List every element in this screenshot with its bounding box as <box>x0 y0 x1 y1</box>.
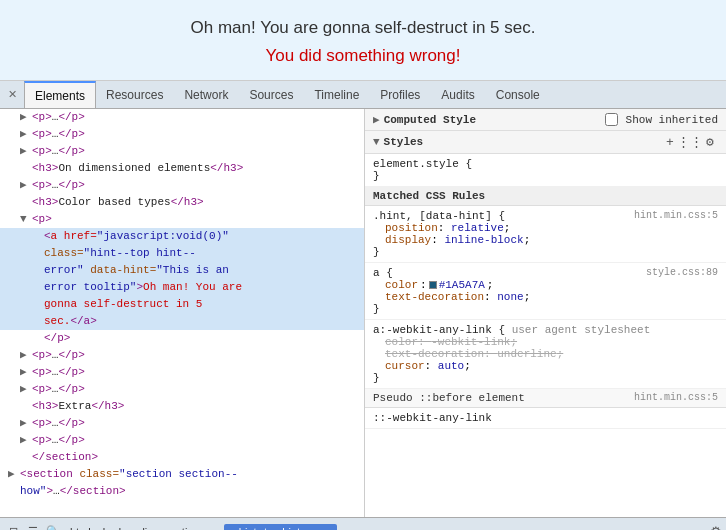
styles-arrow-icon: ▼ <box>373 136 380 148</box>
css-close-brace: } <box>373 246 380 258</box>
dom-line-selected[interactable]: class="hint--top hint-- <box>0 245 364 262</box>
breadcrumb-active-element[interactable]: a.hint--top.hint--error <box>224 524 337 531</box>
inspect-icon[interactable]: ⊡ <box>4 523 22 531</box>
tab-console[interactable]: Console <box>486 81 551 108</box>
breadcrumb-bar: ⊡ ☰ 🔍 html body div section p a.hint--to… <box>0 517 726 530</box>
dom-line[interactable]: ▶<p>…</p> <box>0 126 364 143</box>
css-selector: element.style { <box>373 158 472 170</box>
pseudo-source[interactable]: hint.min.css:5 <box>634 392 718 403</box>
dom-line[interactable]: how">…</section> <box>0 483 364 500</box>
css-prop: cursor <box>385 360 425 372</box>
preview-line1: Oh man! You are gonna self-destruct in 5… <box>20 18 706 38</box>
dom-line[interactable]: ▶<p>…</p> <box>0 109 364 126</box>
css-prop: text-decoration <box>385 348 484 360</box>
computed-arrow-icon: ▶ <box>373 113 380 126</box>
css-value: -webkit-link <box>431 336 510 348</box>
tab-resources[interactable]: Resources <box>96 81 174 108</box>
dom-line[interactable]: <h3>Extra</h3> <box>0 398 364 415</box>
styles-section-header: ▼ Styles + ⋮⋮ ⚙ <box>365 131 726 154</box>
pseudo-label: Pseudo ::before element <box>373 392 525 404</box>
breadcrumb-settings-icon[interactable]: ⚙ <box>710 524 722 530</box>
dom-line-selected[interactable]: sec.</a> <box>0 313 364 330</box>
matched-css-header: Matched CSS Rules <box>365 187 726 206</box>
dom-line[interactable]: </p> <box>0 330 364 347</box>
tab-profiles[interactable]: Profiles <box>370 81 431 108</box>
css-prop-color: color <box>385 279 418 291</box>
css-prop: text-decoration <box>385 291 484 303</box>
css-value: auto <box>438 360 464 372</box>
pseudo-header: Pseudo ::before element hint.min.css:5 <box>365 389 726 408</box>
anchor-rule: a { style.css:89 color: #1A5A7A; text-de… <box>365 263 726 320</box>
webkit-selector: a:-webkit-any-link { <box>373 324 512 336</box>
webkit-link-rule: a:-webkit-any-link { user agent styleshe… <box>365 320 726 389</box>
anchor-source[interactable]: style.css:89 <box>646 267 718 278</box>
dom-line-selected[interactable]: gonna self-destruct in 5 <box>0 296 364 313</box>
hint-rule: .hint, [data-hint] { hint.min.css:5 posi… <box>365 206 726 263</box>
tab-network[interactable]: Network <box>174 81 239 108</box>
css-value: relative <box>451 222 504 234</box>
add-style-button[interactable]: + <box>662 134 678 150</box>
css-prop: display <box>385 234 431 246</box>
devtools-tabs-bar: ✕ Elements Resources Network Sources Tim… <box>0 81 726 109</box>
color-swatch <box>429 281 437 289</box>
css-prop: position <box>385 222 438 234</box>
pseudo-selector: ::-webkit-any-link <box>373 412 492 424</box>
search-dom-icon[interactable]: 🔍 <box>44 523 62 531</box>
dom-line[interactable]: ▶<p>…</p> <box>0 381 364 398</box>
preview-area: Oh man! You are gonna self-destruct in 5… <box>0 0 726 81</box>
show-inherited-label: Show inherited <box>626 114 718 126</box>
computed-style-header: ▶ Computed Style Show inherited <box>365 109 726 131</box>
tab-sources[interactable]: Sources <box>239 81 304 108</box>
dom-line-selected[interactable]: error" data-hint="This is an <box>0 262 364 279</box>
breadcrumb-section[interactable]: section <box>159 524 206 531</box>
dom-line[interactable]: ▶<p>…</p> <box>0 143 364 160</box>
css-prop: color <box>385 336 418 348</box>
element-style-rule: element.style { } <box>365 154 726 187</box>
anchor-selector: a { <box>373 267 393 279</box>
dom-line[interactable]: <h3>On dimensioned elements</h3> <box>0 160 364 177</box>
tab-elements[interactable]: Elements <box>24 81 96 108</box>
dom-line[interactable]: <h3>Color based types</h3> <box>0 194 364 211</box>
css-value-color: #1A5A7A <box>439 279 485 291</box>
hint-source[interactable]: hint.min.css:5 <box>634 210 718 221</box>
hint-selector: .hint, [data-hint] { <box>373 210 505 222</box>
dom-line[interactable]: ▶<p>…</p> <box>0 432 364 449</box>
tab-timeline[interactable]: Timeline <box>304 81 370 108</box>
tab-audits[interactable]: Audits <box>431 81 485 108</box>
devtools-main: ▶<p>…</p> ▶<p>…</p> ▶<p>…</p> <h3>On dim… <box>0 109 726 517</box>
css-close-brace: } <box>373 372 380 384</box>
dom-panel: ▶<p>…</p> ▶<p>…</p> ▶<p>…</p> <h3>On dim… <box>0 109 365 517</box>
breadcrumb-div[interactable]: div <box>133 524 159 531</box>
computed-style-label: Computed Style <box>384 114 476 126</box>
styles-label: Styles <box>384 136 424 148</box>
toggle-class-button[interactable]: ⋮⋮ <box>682 134 698 150</box>
dom-line[interactable]: ▶<p>…</p> <box>0 415 364 432</box>
matched-css-label: Matched CSS Rules <box>373 190 485 202</box>
breadcrumb-p[interactable]: p <box>206 524 224 531</box>
css-value: none <box>497 291 523 303</box>
breadcrumb-list-icon[interactable]: ☰ <box>24 523 42 531</box>
styles-panel: ▶ Computed Style Show inherited ▼ Styles… <box>365 109 726 517</box>
dom-line[interactable]: ▶<p>…</p> <box>0 364 364 381</box>
styles-toolbar: + ⋮⋮ ⚙ <box>662 134 718 150</box>
dom-line[interactable]: ▶<p>…</p> <box>0 177 364 194</box>
pseudo-rule: ::-webkit-any-link <box>365 408 726 429</box>
breadcrumb-html[interactable]: html <box>64 524 97 531</box>
breadcrumb-body[interactable]: body <box>97 524 133 531</box>
css-value: inline-block <box>444 234 523 246</box>
dom-line[interactable]: </section> <box>0 449 364 466</box>
dom-line[interactable]: ▼<p> <box>0 211 364 228</box>
settings-style-button[interactable]: ⚙ <box>702 134 718 150</box>
css-close-brace: } <box>373 170 380 182</box>
css-close-brace: } <box>373 303 380 315</box>
show-inherited-checkbox[interactable] <box>605 113 618 126</box>
dom-line[interactable]: ▶<section class="section section-- <box>0 466 364 483</box>
dom-line[interactable]: ▶<p>…</p> <box>0 347 364 364</box>
css-value: underline <box>497 348 556 360</box>
dom-line-selected[interactable]: error tooltip">Oh man! You are <box>0 279 364 296</box>
dom-line-selected[interactable]: <a href="javascript:void(0)" <box>0 228 364 245</box>
user-agent-comment: user agent stylesheet <box>512 324 651 336</box>
close-devtools-button[interactable]: ✕ <box>4 87 20 103</box>
preview-line2: You did something wrong! <box>20 46 706 66</box>
